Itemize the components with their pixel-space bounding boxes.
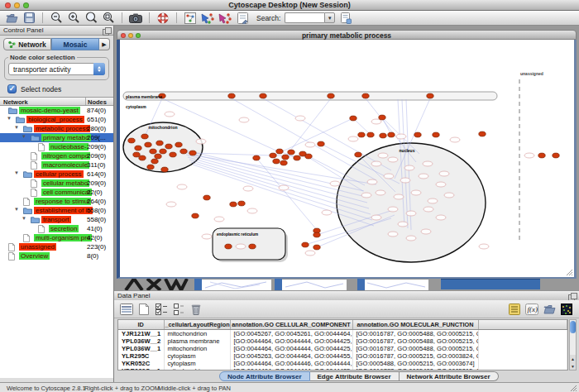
network-node[interactable]	[313, 232, 320, 237]
annotation-page-icon[interactable]	[236, 12, 249, 25]
network-node[interactable]	[151, 159, 158, 164]
select-attributes-icon[interactable]	[155, 303, 168, 316]
zoom-in-icon[interactable]	[67, 12, 80, 25]
zoom-selected-icon[interactable]	[84, 12, 98, 25]
new-attribute-icon[interactable]	[137, 303, 151, 316]
tree-expand-arrow[interactable]: ▼	[7, 116, 12, 121]
zoom-out-icon[interactable]	[50, 12, 63, 25]
background-window-titlebar[interactable]	[441, 279, 540, 289]
network-node[interactable]	[288, 150, 294, 155]
network-node[interactable]	[230, 202, 237, 207]
network-node[interactable]	[128, 138, 135, 143]
resize-grip[interactable]	[570, 385, 577, 392]
tree-row[interactable]: nitrogen compo209(0)	[0, 151, 113, 160]
network-node[interactable]	[133, 152, 140, 157]
float-panel-icon[interactable]	[568, 293, 576, 299]
search-config-icon[interactable]	[339, 12, 352, 25]
network-node[interactable]	[538, 153, 545, 158]
tab-edge-attribute-browser[interactable]: Edge Attribute Browser	[310, 371, 400, 381]
table-column-header[interactable]	[478, 320, 567, 330]
network-node[interactable]	[238, 201, 245, 206]
import-attributes-icon[interactable]	[543, 303, 556, 316]
tree-row[interactable]: ▼cellular process614(0)	[0, 170, 113, 179]
scroll-up-icon[interactable]: ▲	[571, 356, 575, 361]
tree-expand-arrow[interactable]: ▼	[14, 170, 19, 175]
tree-row[interactable]: ▼biological_process651(0)	[0, 115, 113, 124]
tab-network[interactable]: Network	[3, 38, 51, 50]
network-node[interactable]	[249, 244, 256, 249]
tree-row[interactable]: ▼primary metabo209(...	[0, 133, 113, 142]
vizmapper-icon[interactable]	[184, 12, 197, 25]
network-node[interactable]	[155, 154, 161, 159]
network-view-titlebar[interactable]: primary metabolic process	[117, 30, 577, 40]
scrollbar-thumb[interactable]	[570, 321, 576, 333]
tree-row[interactable]: ▼establishment of lo558(0)	[0, 206, 113, 215]
network-node[interactable]	[294, 155, 300, 160]
network-node[interactable]	[414, 132, 421, 137]
network-node[interactable]	[253, 155, 260, 160]
table-row[interactable]: YPL036W__2plasma membrane[GO:0044464, GO…	[118, 337, 567, 345]
table-row[interactable]: YJR121W__1mitochondrion[GO:0045267, GO:0…	[118, 330, 567, 338]
background-window[interactable]	[357, 279, 428, 290]
select-nodes-checkbox[interactable]: ✓	[7, 84, 17, 93]
network-node[interactable]	[313, 245, 320, 250]
delete-attribute-icon[interactable]	[189, 303, 203, 316]
tree-row[interactable]: macromolecule311(0)	[0, 160, 113, 170]
tab-network-attribute-browser[interactable]: Network Attribute Browser	[400, 371, 499, 381]
network-edge[interactable]	[275, 118, 353, 155]
network-node[interactable]	[355, 152, 361, 157]
tree-row[interactable]: unassigned223(0)	[0, 242, 113, 251]
network-node[interactable]	[302, 242, 309, 247]
table-scrollbar[interactable]: ▲▼	[569, 319, 577, 370]
tree-row[interactable]: response to stimul264(0)	[0, 197, 113, 206]
resize-grip[interactable]	[566, 269, 573, 276]
help-icon[interactable]	[156, 12, 170, 25]
attribute-grid-icon[interactable]	[120, 303, 133, 316]
network-node[interactable]	[147, 165, 154, 170]
network-node[interactable]	[175, 142, 182, 147]
network-node[interactable]	[170, 152, 176, 157]
tab-mosaic[interactable]: Mosaic	[51, 38, 99, 50]
table-column-header[interactable]: annotation.GO MOLECULAR_FUNCTION	[352, 320, 478, 330]
network-node[interactable]	[260, 93, 266, 98]
network-node[interactable]	[180, 149, 187, 154]
unselect-attributes-icon[interactable]	[172, 303, 185, 316]
network-edge[interactable]	[256, 158, 317, 230]
zoom-fit-icon[interactable]	[102, 12, 115, 25]
network-node[interactable]	[203, 195, 210, 200]
network-node[interactable]	[145, 142, 151, 147]
node-color-dropdown[interactable]: transporter activity	[8, 63, 105, 75]
network-node[interactable]	[379, 115, 385, 120]
background-window[interactable]	[194, 279, 271, 290]
network-edge[interactable]	[382, 117, 391, 135]
tree-row[interactable]: ▼metabolic process280(0)	[0, 124, 113, 133]
network-node[interactable]	[150, 149, 156, 154]
network-node[interactable]	[165, 144, 172, 149]
save-icon[interactable]	[22, 12, 36, 25]
network-node[interactable]	[276, 149, 283, 154]
network-node[interactable]	[273, 159, 280, 164]
network-node[interactable]	[350, 116, 356, 121]
network-node[interactable]	[427, 93, 433, 98]
matrix-icon[interactable]	[560, 303, 573, 316]
tree-row[interactable]: nucleobase-209(0)	[0, 142, 113, 151]
network-node[interactable]	[388, 132, 395, 137]
network-node[interactable]	[141, 134, 148, 139]
network-node[interactable]	[156, 141, 163, 146]
tree-row[interactable]: cell communicat22(0)	[0, 188, 113, 197]
select-nodes-icon[interactable]	[218, 12, 232, 25]
table-column-header[interactable]: annotation.GO CELLULAR_COMPONENT	[230, 320, 352, 330]
table-row[interactable]: YKR052Ccytoplasm[GO:0044464, GO:0044446,…	[118, 360, 567, 367]
search-input[interactable]	[285, 12, 324, 23]
tree-row[interactable]: cellular metabo209(0)	[0, 179, 113, 188]
table-column-header[interactable]: ID	[118, 320, 164, 330]
search-dropdown-button[interactable]: ▼	[324, 12, 335, 23]
tree-expand-arrow[interactable]: ▼	[14, 125, 19, 130]
network-node[interactable]	[328, 93, 334, 98]
tree-column-network[interactable]: Network	[0, 98, 86, 105]
tree-row[interactable]: ▼transport558(0)	[0, 215, 113, 224]
network-node[interactable]	[380, 133, 386, 138]
table-row[interactable]: YPL036W__1mitochondrion[GO:0044464, GO:0…	[118, 345, 567, 352]
snapshot-icon[interactable]	[129, 12, 142, 25]
network-node[interactable]	[192, 213, 199, 218]
